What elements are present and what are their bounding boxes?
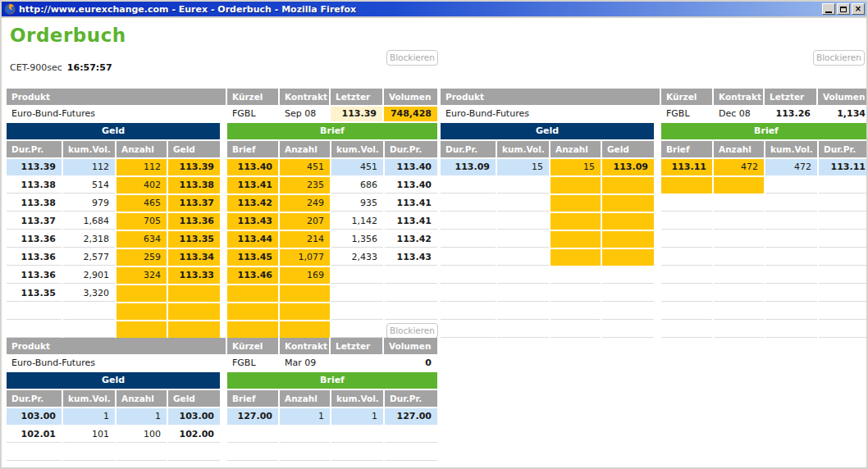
product-column-header: Kontrakt [280,338,329,354]
column-spacer [656,177,660,194]
product-volume: 748,428 [384,107,437,121]
depth-cell [227,444,278,461]
depth-cell [497,285,549,302]
blockieren-button-top-right[interactable]: Blockieren [813,50,865,66]
depth-rows: 103.0011103.00127.0011127.00102.01101100… [7,408,437,467]
page-title: Orderbuch [10,25,126,46]
depth-cell: 113.33 [168,267,220,284]
blockieren-button-middle-left[interactable]: Blockieren [386,323,438,339]
depth-cell [602,285,654,302]
product-symbol: FGBL [661,107,712,121]
depth-cell [661,195,712,212]
depth-column-header: Dur.Pr. [7,141,62,157]
product-column-header: Letzter [765,89,816,105]
depth-header-row: Dur.Pr.kum.Vol.AnzahlGeldBriefAnzahlkum.… [7,141,437,157]
depth-cell: 113.46 [227,267,278,284]
ask-section-header: Brief [661,123,866,139]
depth-cell: 102.00 [168,426,220,443]
depth-cell: 113.43 [227,213,278,230]
depth-cell [280,426,330,443]
depth-column-header: Dur.Pr. [7,390,62,407]
depth-cell [331,267,383,284]
column-spacer [222,303,226,320]
depth-cell [661,267,712,284]
depth-column-header: kum.Vol. [497,141,549,157]
depth-cell [63,462,115,467]
depth-cell [441,177,496,194]
depth-cell [280,303,330,320]
column-spacer [656,123,660,139]
depth-cell: 1,684 [63,213,115,230]
depth-cell [765,177,817,194]
depth-cell [63,303,115,320]
product-column-header: Volumen [818,89,866,105]
depth-cell: 113.44 [227,231,278,248]
depth-cell [168,321,220,338]
minimize-button[interactable] [822,3,835,15]
depth-cell [765,303,817,320]
depth-cell [819,195,866,212]
depth-cell: 113.11 [819,159,866,175]
depth-cell [7,462,62,467]
depth-cell: 686 [331,177,383,194]
product-column-header: Produkt [7,338,226,354]
depth-cell [819,267,866,284]
titlebar: http://www.eurexchange.com - Eurex - Ord… [2,2,866,18]
depth-cell [385,285,437,302]
product-name: Euro-Bund-Futures [441,107,660,121]
product-name: Euro-Bund-Futures [7,107,226,121]
depth-cell: 113.39 [168,159,220,175]
column-spacer [222,123,226,139]
depth-cell [661,285,712,302]
depth-cell [765,195,817,212]
depth-cell [714,195,764,212]
maximize-icon [840,7,847,12]
blockieren-button-top-left[interactable]: Blockieren [386,50,438,66]
depth-cell: 451 [331,159,383,175]
depth-cell [441,303,496,320]
depth-column-header: Anzahl [116,141,167,157]
clock-time: 16:57:57 [67,62,112,73]
depth-cell [765,321,817,338]
depth-cell [714,249,764,266]
depth-cell [497,249,549,266]
depth-cell: 634 [116,231,167,248]
depth-cell [441,213,496,230]
depth-cell: 113.41 [385,213,437,230]
depth-cell [661,303,712,320]
column-spacer [656,249,660,266]
depth-cell: 113.35 [168,231,220,248]
depth-cell [550,195,601,212]
depth-cell [661,321,712,338]
product-column-header: Kürzel [661,89,712,105]
product-grid: ProduktKürzelKontraktLetzterVolumenEuro-… [7,338,437,371]
depth-cell: 113.40 [227,159,278,175]
firefox-icon [4,3,16,15]
depth-cell: 113.36 [7,267,62,284]
depth-cell: 465 [116,195,167,212]
depth-rows: 113.39112112113.39113.40451451113.40113.… [7,159,437,338]
depth-cell: 113.38 [7,195,62,212]
product-column-header: Letzter [331,89,382,105]
depth-column-header: Dur.Pr. [385,141,437,157]
bid-section-header: Geld [7,372,220,389]
depth-cell: 113.42 [227,195,278,212]
depth-cell: 2,433 [331,249,383,266]
product-column-header: Kürzel [227,89,278,105]
depth-column-header: Anzahl [116,390,167,407]
depth-cell: 15 [497,159,549,175]
depth-cell [602,231,654,248]
depth-cell [441,231,496,248]
orderbook-table-dec08: ProduktKürzelKontraktLetzterVolumenEuro-… [441,89,866,338]
depth-cell [116,444,167,461]
depth-cell: 1 [116,408,167,425]
depth-cell: 100 [116,426,167,443]
column-spacer [656,141,660,157]
maximize-button[interactable] [837,3,850,15]
depth-cell [714,303,764,320]
column-spacer [222,249,226,266]
close-button[interactable]: × [852,3,865,15]
close-icon: × [855,5,861,13]
product-last-price: 113.26 [765,107,816,121]
depth-cell: 113.35 [7,285,62,302]
